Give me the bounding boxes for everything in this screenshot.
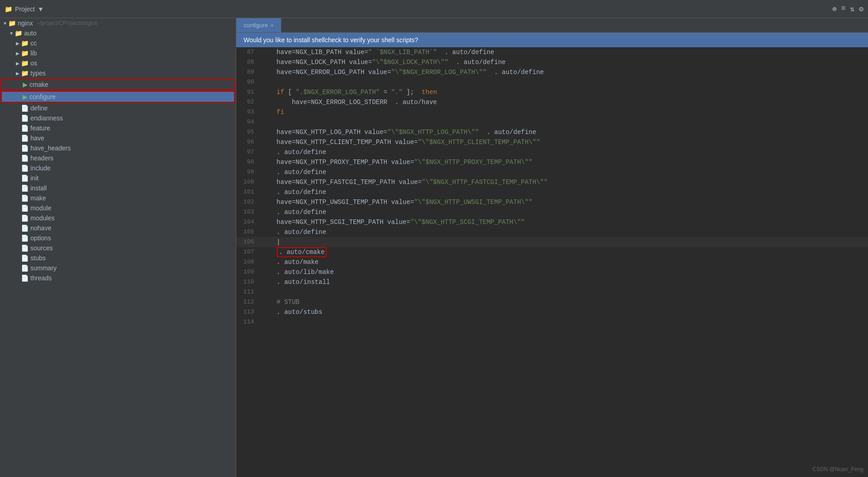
sidebar-item-label-cmake: cmake bbox=[30, 81, 48, 88]
code-line-96: 96 have=NGX_HTTP_CLIENT_TEMP_PATH value=… bbox=[236, 137, 868, 147]
code-line-90: 90 bbox=[236, 77, 868, 87]
lib-folder-icon: 📁 bbox=[21, 50, 29, 57]
sidebar-item-label-install: install bbox=[30, 184, 47, 192]
sidebar-item-define[interactable]: 📄 define bbox=[0, 103, 236, 113]
tab-configure-label: configure bbox=[244, 22, 268, 29]
code-line-100: 100 have=NGX_HTTP_FASTCGI_TEMP_PATH valu… bbox=[236, 177, 868, 187]
sidebar-item-have[interactable]: 📄 have bbox=[0, 133, 236, 143]
root-label: nginx bbox=[18, 20, 36, 27]
code-line-105: 105 . auto/define bbox=[236, 227, 868, 237]
sidebar-item-module[interactable]: 📄 module bbox=[0, 203, 236, 213]
code-line-104: 104 have=NGX_HTTP_SCGI_TEMP_PATH value="… bbox=[236, 217, 868, 227]
collapse-icon[interactable]: ≡ bbox=[841, 5, 846, 14]
sidebar-item-lib[interactable]: ▶ 📁 lib bbox=[0, 48, 236, 58]
code-line-107: 107 . auto/cmake bbox=[236, 247, 868, 257]
tree-root-nginx[interactable]: ▼ 📁 nginx ~/project/CProjects/nginx bbox=[0, 18, 236, 28]
sidebar-item-sources[interactable]: 📄 sources bbox=[0, 243, 236, 253]
tab-close-button[interactable]: × bbox=[270, 23, 273, 28]
stubs-file-icon: 📄 bbox=[21, 254, 29, 262]
cmake-exec-icon: ▶ bbox=[23, 81, 28, 88]
sidebar-item-label-define: define bbox=[30, 104, 48, 112]
have-file-icon: 📄 bbox=[21, 134, 29, 142]
code-line-108: 108 . auto/make bbox=[236, 257, 868, 267]
auto-collapse-arrow: ▼ bbox=[8, 31, 15, 36]
file-tree-sidebar: ▼ 📁 nginx ~/project/CProjects/nginx ▼ 📁 … bbox=[0, 18, 236, 477]
sidebar-item-os[interactable]: ▶ 📁 os bbox=[0, 58, 236, 68]
define-file-icon: 📄 bbox=[21, 104, 29, 112]
code-editor: configure × Would you like to install sh… bbox=[236, 18, 868, 477]
threads-file-icon: 📄 bbox=[21, 274, 29, 282]
sidebar-item-label-feature: feature bbox=[30, 124, 50, 132]
endianness-file-icon: 📄 bbox=[21, 114, 29, 122]
sidebar-item-label-include: include bbox=[30, 164, 50, 172]
sidebar-item-label-modules: modules bbox=[30, 214, 55, 222]
sidebar-item-label-threads: threads bbox=[30, 274, 52, 282]
sidebar-item-configure[interactable]: ▶ configure bbox=[1, 91, 235, 103]
lib-arrow: ▶ bbox=[15, 51, 21, 56]
sidebar-item-label-options: options bbox=[30, 234, 51, 242]
sidebar-item-label-os: os bbox=[30, 60, 37, 67]
sync-icon[interactable]: ⊕ bbox=[832, 5, 837, 14]
sidebar-item-cc[interactable]: ▶ 📁 cc bbox=[0, 38, 236, 48]
tab-configure[interactable]: configure × bbox=[236, 18, 281, 32]
sidebar-item-threads[interactable]: 📄 threads bbox=[0, 273, 236, 283]
nohave-file-icon: 📄 bbox=[21, 224, 29, 232]
sidebar-item-endianness[interactable]: 📄 endianness bbox=[0, 113, 236, 123]
code-line-95: 95 have=NGX_HTTP_LOG_PATH value="\"$NGX_… bbox=[236, 127, 868, 137]
sidebar-item-stubs[interactable]: 📄 stubs bbox=[0, 253, 236, 263]
dropdown-arrow[interactable]: ▼ bbox=[38, 5, 44, 13]
sidebar-item-init[interactable]: 📄 init bbox=[0, 173, 236, 183]
code-line-102: 102 have=NGX_HTTP_UWSGI_TEMP_PATH value=… bbox=[236, 197, 868, 207]
sidebar-item-label-types: types bbox=[30, 70, 45, 77]
os-folder-icon: 📁 bbox=[21, 60, 29, 67]
sidebar-item-install[interactable]: 📄 install bbox=[0, 183, 236, 193]
sidebar-item-label-module: module bbox=[30, 204, 51, 212]
sidebar-item-cmake[interactable]: ▶ cmake bbox=[1, 79, 235, 90]
have-headers-file-icon: 📄 bbox=[21, 144, 29, 152]
sidebar-item-modules[interactable]: 📄 modules bbox=[0, 213, 236, 223]
project-title: 📁 Project ▼ bbox=[5, 5, 44, 13]
sidebar-item-headers[interactable]: 📄 headers bbox=[0, 153, 236, 163]
sidebar-item-label-configure: configure bbox=[30, 93, 56, 100]
settings-icon[interactable]: ⚙ bbox=[859, 5, 863, 14]
code-content[interactable]: 87 have=NGX_LIB_PATH value=" `$NGX_LIB_P… bbox=[236, 47, 868, 477]
sidebar-item-options[interactable]: 📄 options bbox=[0, 233, 236, 243]
sidebar-item-label-make: make bbox=[30, 194, 46, 202]
sidebar-item-auto[interactable]: ▼ 📁 auto bbox=[0, 28, 236, 38]
folder-icon: 📁 bbox=[5, 5, 12, 13]
types-arrow: ▶ bbox=[15, 71, 21, 76]
shellcheck-message: Would you like to install shellcheck to … bbox=[244, 36, 418, 44]
auto-folder-icon: 📁 bbox=[15, 30, 22, 37]
sidebar-item-include[interactable]: 📄 include bbox=[0, 163, 236, 173]
code-line-114: 114 bbox=[236, 317, 868, 327]
sidebar-item-summary[interactable]: 📄 summary bbox=[0, 263, 236, 273]
toolbar-icons: ⊕ ≡ ⇅ ⚙ bbox=[832, 5, 863, 14]
toolbar: 📁 Project ▼ ⊕ ≡ ⇅ ⚙ bbox=[0, 0, 868, 18]
editor-tab-bar: configure × bbox=[236, 18, 868, 33]
configure-exec-icon: ▶ bbox=[23, 93, 28, 100]
sidebar-item-label-sources: sources bbox=[30, 244, 53, 252]
code-line-99: 99 . auto/define bbox=[236, 167, 868, 177]
sources-file-icon: 📄 bbox=[21, 244, 29, 252]
sidebar-item-make[interactable]: 📄 make bbox=[0, 193, 236, 203]
sidebar-item-label-have-headers: have_headers bbox=[30, 144, 71, 152]
code-line-103: 103 . auto/define bbox=[236, 207, 868, 217]
sidebar-item-feature[interactable]: 📄 feature bbox=[0, 123, 236, 133]
code-line-113: 113 . auto/stubs bbox=[236, 307, 868, 317]
cc-arrow: ▶ bbox=[15, 41, 21, 46]
sidebar-item-nohave[interactable]: 📄 nohave bbox=[0, 223, 236, 233]
init-file-icon: 📄 bbox=[21, 174, 29, 182]
root-path: ~/project/CProjects/nginx bbox=[36, 20, 97, 26]
code-line-111: 111 bbox=[236, 287, 868, 297]
sidebar-item-label-init: init bbox=[30, 174, 39, 182]
sidebar-item-label-auto: auto bbox=[24, 30, 36, 37]
sidebar-item-label-summary: summary bbox=[30, 264, 57, 272]
code-line-92: 92 have=NGX_ERROR_LOG_STDERR . auto/have bbox=[236, 97, 868, 107]
sidebar-item-have-headers[interactable]: 📄 have_headers bbox=[0, 143, 236, 153]
sort-icon[interactable]: ⇅ bbox=[850, 5, 855, 14]
code-line-110: 110 . auto/install bbox=[236, 277, 868, 287]
main-layout: ▼ 📁 nginx ~/project/CProjects/nginx ▼ 📁 … bbox=[0, 18, 868, 477]
code-line-88: 88 have=NGX_LOCK_PATH value="\"$NGX_LOCK… bbox=[236, 57, 868, 67]
sidebar-item-types[interactable]: ▶ 📁 types bbox=[0, 68, 236, 78]
code-line-93: 93 fi bbox=[236, 107, 868, 117]
